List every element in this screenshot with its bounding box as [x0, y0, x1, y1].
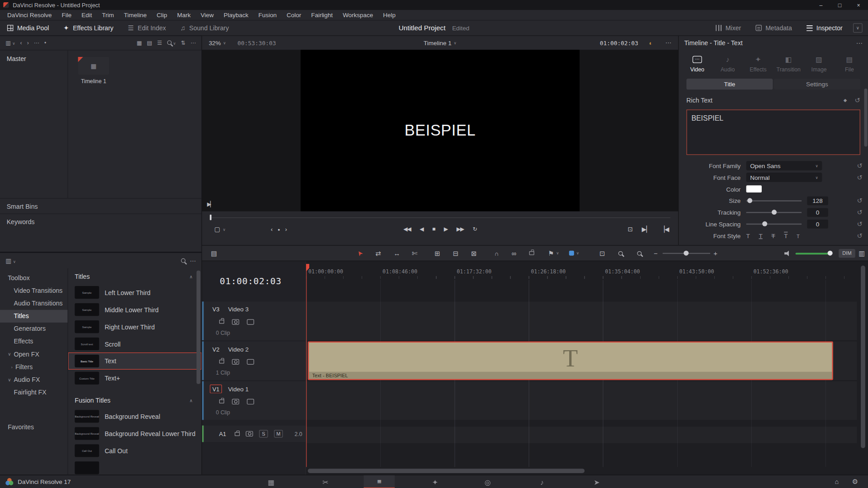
zoom-window-icon[interactable]: ⊡	[599, 246, 605, 261]
viewer-zoom-dropdown[interactable]: 32%∨	[209, 36, 226, 50]
style-overline-button[interactable]: T	[784, 232, 788, 239]
first-frame-button[interactable]: ◀◀	[403, 226, 410, 232]
play-button[interactable]: ▶	[444, 226, 448, 232]
style-strikethrough-button[interactable]: T	[771, 232, 775, 239]
close-button[interactable]: ×	[849, 0, 868, 10]
subtab-settings[interactable]: Settings	[774, 79, 860, 89]
gamut-indicator-icon[interactable]: ◐	[649, 36, 653, 50]
fx-panel-icon[interactable]: ▥ ∨	[5, 257, 16, 264]
menu-clip[interactable]: Clip	[151, 9, 172, 20]
lock-icon[interactable]	[219, 399, 224, 404]
timeline-clip-text[interactable]: T Text - BEISPIEL	[308, 342, 833, 380]
title-item-call-out[interactable]: Call OutCall Out	[68, 442, 202, 459]
title-item-text-plus[interactable]: Custom TitleText+	[68, 370, 202, 387]
track-lane-v1[interactable]	[306, 381, 857, 420]
clip-enable-icon[interactable]	[232, 319, 239, 324]
track-lane-v2[interactable]: T Text - BEISPIEL	[306, 342, 857, 380]
title-text-input[interactable]: BEISPIEL	[686, 109, 860, 155]
thumb-size-slider[interactable]: •	[44, 40, 46, 46]
viewer-options-icon[interactable]: ⋯	[665, 36, 671, 50]
track-header-v3[interactable]: V3Video 3 0 Clip	[202, 301, 306, 340]
page-fairlight[interactable]: ♪	[530, 475, 554, 488]
reset-icon[interactable]: ↺	[857, 208, 862, 216]
track-id[interactable]: V3	[210, 305, 222, 314]
volume-slider-handle[interactable]	[828, 251, 833, 256]
minimize-button[interactable]: –	[811, 0, 830, 10]
menu-help[interactable]: Help	[378, 9, 401, 20]
nav-audio-fx[interactable]: ∨Audio FX	[0, 374, 67, 386]
menu-mark[interactable]: Mark	[172, 9, 196, 20]
nav-filters[interactable]: ›Filters	[0, 361, 67, 373]
title-item-left-lower-third[interactable]: SampleLeft Lower Third	[68, 284, 202, 301]
fusion-titles-section-header[interactable]: Fusion Titles∧	[68, 394, 202, 408]
viewer-scrub-bar[interactable]	[210, 217, 670, 218]
title-item-partial[interactable]	[68, 459, 202, 474]
thumbnail-view-icon[interactable]: ▦	[137, 40, 142, 46]
reset-icon[interactable]: ↺	[857, 197, 862, 204]
selection-mode-button[interactable]: ➤	[357, 246, 363, 261]
trim-edit-mode-icon[interactable]: ⇄	[375, 246, 381, 261]
nav-open-fx[interactable]: ∨Open FX	[0, 348, 67, 361]
bin-panel-icon[interactable]: ▥ ∨	[5, 40, 15, 46]
tab-image[interactable]: ▨Image	[804, 51, 834, 76]
back-icon[interactable]: ‹	[20, 40, 22, 46]
menu-edit[interactable]: Edit	[76, 9, 97, 20]
line-spacing-slider[interactable]	[746, 219, 802, 229]
mixer-toggle[interactable]: Mixer	[708, 20, 748, 35]
razor-tool-icon[interactable]: ✄	[412, 246, 417, 261]
maximize-button[interactable]: □	[830, 0, 849, 10]
menu-color[interactable]: Color	[282, 9, 306, 20]
jog-forward-icon[interactable]: ›	[285, 226, 287, 233]
loop-button[interactable]: ↻	[473, 226, 477, 232]
playhead[interactable]	[306, 264, 307, 467]
font-family-dropdown[interactable]: Open Sans∨	[746, 161, 822, 170]
title-item-scroll[interactable]: Scroll textScroll	[68, 335, 202, 352]
goto-in-icon[interactable]: ▶▏	[207, 201, 213, 206]
mute-button[interactable]: M	[274, 430, 283, 437]
track-header-v1[interactable]: V1Video 1 0 Clip	[202, 381, 306, 420]
title-item-background-reveal-lower-third[interactable]: Background RevealBackground Reveal Lower…	[68, 425, 202, 442]
nav-generators[interactable]: Generators	[0, 323, 67, 335]
replace-clip-icon[interactable]: ⊠	[471, 246, 476, 261]
inspector-scrollbar[interactable]	[864, 89, 867, 147]
tracking-value[interactable]: 0	[807, 208, 828, 217]
subtab-title[interactable]: Title	[686, 79, 773, 89]
nav-toolbox[interactable]: Toolbox	[0, 272, 67, 284]
tab-file[interactable]: ▤File	[834, 51, 864, 76]
effects-library-toggle[interactable]: ✦Effects Library	[56, 20, 120, 35]
last-frame-button[interactable]: ▶▶	[457, 226, 464, 232]
title-item-middle-lower-third[interactable]: SampleMiddle Lower Third	[68, 301, 202, 318]
nav-titles[interactable]: Titles	[0, 310, 67, 323]
page-edit[interactable]: ≡	[363, 475, 395, 488]
strip-view-icon[interactable]: ▤	[147, 40, 152, 46]
color-swatch[interactable]	[746, 185, 762, 192]
zoom-detail-icon[interactable]	[637, 246, 642, 261]
keyframe-icon[interactable]: ◆	[844, 98, 847, 103]
next-edit-icon[interactable]: ▶▏	[642, 226, 651, 233]
inspector-toggle[interactable]: Inspector	[799, 20, 850, 35]
timeline-horizontal-scrollbar[interactable]	[308, 469, 585, 473]
linked-selection-icon[interactable]: ∞	[511, 246, 516, 261]
stop-button[interactable]: ■	[432, 226, 435, 232]
style-subscript-button[interactable]: T	[797, 233, 800, 239]
page-color[interactable]: ◎	[476, 475, 500, 488]
track-header-a1[interactable]: A1 S M 2.0	[202, 426, 306, 442]
list-view-icon[interactable]: ☰	[157, 40, 162, 46]
zoom-out-icon[interactable]: −	[654, 246, 658, 261]
timeline-view-options-icon[interactable]: ▤	[211, 246, 217, 261]
tab-audio[interactable]: ♪Audio	[712, 51, 743, 76]
clip-enable-icon[interactable]	[232, 359, 239, 364]
timeline-panel-toggle-icon[interactable]: ▥	[859, 246, 865, 261]
title-item-text[interactable]: Basic TitleText	[68, 352, 202, 370]
smart-bins-section[interactable]: Smart Bins	[0, 198, 202, 213]
forward-icon[interactable]: ›	[27, 40, 29, 46]
audio-monitor-icon[interactable]	[784, 246, 791, 261]
menu-davinci-resolve[interactable]: DaVinci Resolve	[2, 9, 57, 20]
nav-fairlight-fx[interactable]: Fairlight FX	[0, 386, 67, 399]
zoom-slider-handle[interactable]	[684, 251, 689, 256]
media-pool-options-icon[interactable]: ⋯	[190, 40, 196, 46]
settings-gear-icon[interactable]: ⚙	[852, 478, 858, 485]
solo-button[interactable]: S	[259, 430, 268, 437]
sound-library-toggle[interactable]: ♫Sound Library	[173, 20, 236, 35]
nav-video-transitions[interactable]: Video Transitions	[0, 284, 67, 297]
